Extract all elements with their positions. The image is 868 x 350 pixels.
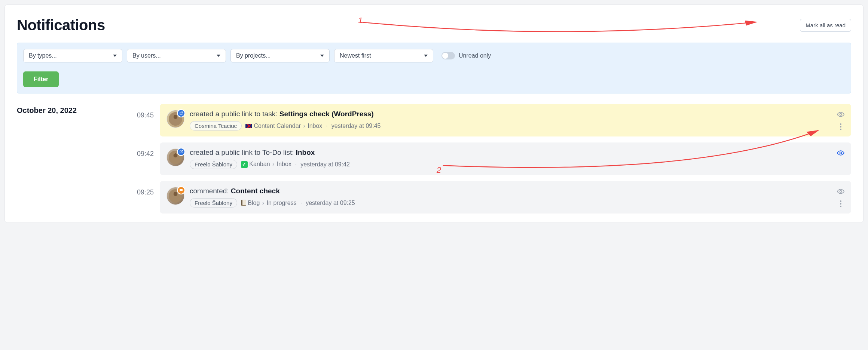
chevron-down-icon (424, 55, 428, 57)
project-name: Kanban (249, 161, 270, 167)
project-name: Content Calendar (254, 123, 301, 129)
comment-badge-icon (177, 186, 185, 194)
timestamp: yesterday at 09:42 (300, 161, 350, 168)
filter-by-types-label: By types... (29, 52, 57, 59)
uk-flag-icon (245, 124, 252, 128)
notification-actions (837, 187, 844, 208)
project-link[interactable]: Blog › In progress (241, 200, 297, 206)
notification-action: created a public link to To-Do list: (190, 148, 296, 156)
notifications-list: October 20, 2022 09:45 created a public … (17, 104, 851, 214)
notification-body: commented: Content check Freelo Šablony … (190, 187, 832, 208)
eye-icon[interactable] (837, 188, 844, 195)
eye-icon[interactable] (837, 149, 844, 157)
sublist-name: In progress (267, 200, 297, 206)
notification-time: 09:25 (113, 181, 154, 196)
eye-icon[interactable] (837, 111, 844, 118)
filter-button[interactable]: Filter (23, 71, 59, 87)
filter-by-projects-dropdown[interactable]: By projects... (230, 49, 330, 62)
separator: · (300, 200, 302, 206)
notification-meta: Cosmina Tcaciuc Content Calendar › Inbox… (190, 121, 832, 131)
notification-item[interactable]: commented: Content check Freelo Šablony … (160, 181, 851, 214)
annotation-label-2: 2 (437, 165, 441, 175)
svg-point-0 (840, 114, 842, 116)
chevron-down-icon (113, 55, 117, 57)
link-badge-icon (177, 109, 185, 117)
page-title: Notifications (17, 17, 105, 34)
chevron-right-icon: › (262, 200, 265, 206)
notifications-card: Notifications Mark all as read By types.… (4, 4, 864, 223)
notification-body: created a public link to To-Do list: Inb… (190, 148, 832, 169)
link-badge-icon (177, 148, 185, 156)
notification-action: commented: (190, 187, 231, 195)
notification-time: 09:45 (113, 104, 154, 119)
chevron-down-icon (217, 55, 220, 57)
filter-panel: By types... By users... By projects... N… (17, 43, 851, 93)
sublist-name: Inbox (277, 161, 291, 167)
unread-only-toggle-wrap: Unread only (441, 52, 491, 59)
filter-by-users-label: By users... (132, 52, 161, 59)
notification-subject: Content check (231, 187, 280, 195)
book-icon (241, 200, 246, 206)
project-link[interactable]: Content Calendar › Inbox (245, 123, 322, 129)
more-menu-icon[interactable] (840, 123, 841, 130)
notification-subject: Inbox (296, 148, 315, 156)
sublist-name: Inbox (308, 123, 322, 129)
annotation-label-1: 1 (358, 16, 363, 25)
notification-time: 09:42 (113, 142, 154, 158)
notification-actions (837, 110, 844, 131)
avatar-wrap (166, 187, 184, 205)
notification-body: created a public link to task: Settings … (190, 110, 832, 131)
svg-point-2 (840, 191, 842, 193)
unread-only-toggle[interactable] (441, 52, 455, 59)
sort-dropdown[interactable]: Newest first (334, 49, 433, 62)
checkmark-icon: ✓ (241, 161, 248, 168)
timestamp: yesterday at 09:25 (306, 200, 355, 206)
svg-point-1 (840, 152, 842, 154)
date-group-label: October 20, 2022 (17, 104, 107, 115)
notification-item[interactable]: created a public link to To-Do list: Inb… (160, 142, 851, 175)
author-chip[interactable]: Freelo Šablony (190, 160, 237, 169)
project-link[interactable]: ✓ Kanban › Inbox (241, 161, 291, 168)
timestamp: yesterday at 09:45 (331, 123, 381, 129)
filter-by-users-dropdown[interactable]: By users... (127, 49, 226, 62)
header-row: Notifications Mark all as read (17, 17, 851, 34)
notification-title: created a public link to task: Settings … (190, 110, 832, 118)
sort-label: Newest first (340, 52, 371, 59)
notification-item[interactable]: created a public link to task: Settings … (160, 104, 851, 136)
mark-all-read-button[interactable]: Mark all as read (800, 19, 851, 32)
notification-subject: Settings check (WordPress) (279, 110, 374, 118)
notification-action: created a public link to task: (190, 110, 279, 118)
chevron-right-icon: › (272, 161, 275, 167)
avatar-wrap (166, 148, 184, 166)
avatar-wrap (166, 110, 184, 128)
filter-by-types-dropdown[interactable]: By types... (23, 49, 122, 62)
unread-only-label: Unread only (459, 52, 491, 59)
project-name: Blog (248, 200, 260, 206)
separator: · (295, 161, 297, 168)
filter-by-projects-label: By projects... (236, 52, 271, 59)
notification-meta: Freelo Šablony Blog › In progress · yest… (190, 198, 832, 208)
toggle-knob (442, 53, 448, 59)
author-chip[interactable]: Freelo Šablony (190, 198, 237, 208)
separator: · (326, 123, 327, 129)
chevron-down-icon (320, 55, 324, 57)
author-chip[interactable]: Cosmina Tcaciuc (190, 121, 242, 131)
notification-meta: Freelo Šablony ✓ Kanban › Inbox · yester… (190, 160, 832, 169)
notification-actions (837, 148, 844, 169)
more-menu-icon[interactable] (840, 200, 841, 207)
notification-title: created a public link to To-Do list: Inb… (190, 148, 832, 157)
notification-title: commented: Content check (190, 187, 832, 195)
chevron-right-icon: › (302, 123, 306, 129)
